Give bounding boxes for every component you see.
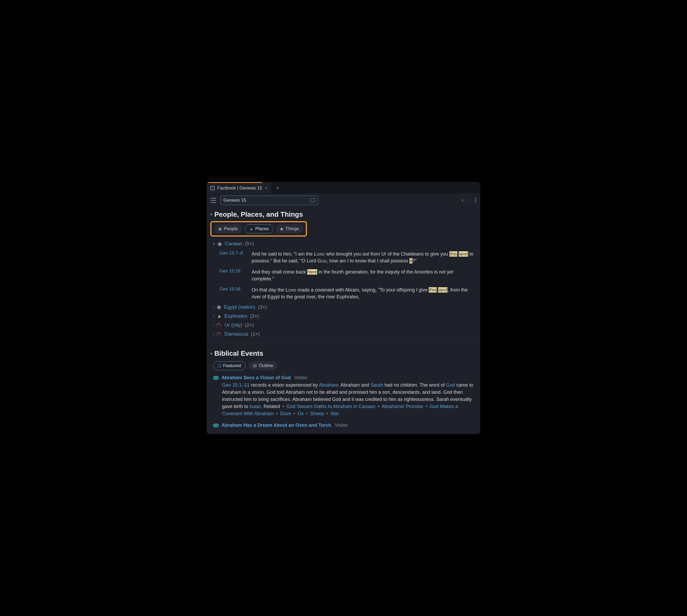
section-header-events[interactable]: ▾ Biblical Events (207, 347, 480, 360)
nav-forward-icon[interactable]: › (468, 197, 470, 204)
place-link[interactable]: Euphrates (224, 313, 248, 319)
vision-icon (213, 424, 219, 427)
separator: • (275, 411, 279, 416)
inline-link[interactable]: Ox (298, 411, 304, 416)
place-link[interactable]: Ur (city) (224, 322, 242, 328)
verse-text: And they shall come back here in the fou… (252, 268, 474, 282)
filter-things[interactable]: ◆ Things (276, 224, 303, 233)
separator: • (377, 404, 381, 409)
list-icon (253, 365, 257, 367)
verse-text: And he said to him, "I am the Lord who b… (252, 250, 474, 264)
place-link[interactable]: Egypt (nation) (224, 304, 255, 310)
tab-bar: Factbook | Genesis 15 × + (207, 183, 480, 194)
place-header[interactable]: ›⛫Ur (city)(2×) (207, 321, 480, 330)
pin-icon: ◉ (217, 304, 221, 310)
app-window: Factbook | Genesis 15 × + Genesis 15 ‹ ›… (207, 182, 480, 434)
more-menu-icon[interactable] (475, 198, 476, 203)
place-header[interactable]: ›◉Egypt (nation)(3×) (207, 302, 480, 312)
section-divider (207, 343, 480, 344)
events-list: Abraham Sees a Vision of GodVisionGen 15… (207, 374, 480, 429)
separator: • (424, 404, 428, 409)
tab-factbook[interactable]: Factbook | Genesis 15 × (207, 183, 271, 194)
bookmark-icon: ❑ (218, 364, 221, 368)
event-tag: Vision (335, 422, 348, 428)
verse-row: Gen 15:7–8And he said to him, "I am the … (207, 248, 480, 266)
verse-ref-link[interactable]: Gen 15:16 (219, 268, 246, 282)
place-count: (5×) (245, 241, 254, 246)
menu-icon[interactable] (210, 198, 216, 203)
verse-row: Gen 15:18On that day the Lord made a cov… (207, 284, 480, 302)
chevron-right-icon[interactable]: › (213, 323, 214, 327)
mountain-icon: ▲ (249, 226, 253, 231)
chevron-down-icon: ▾ (210, 212, 212, 216)
chip-label: Featured (223, 363, 241, 368)
places-list: ▾◉Canaan(5×)Gen 15:7–8And he said to him… (207, 239, 480, 339)
vision-icon (213, 376, 219, 380)
event-item: Abraham Sees a Vision of GodVisionGen 15… (207, 374, 480, 421)
inline-link[interactable]: Star (330, 411, 339, 416)
chip-label: Things (285, 226, 299, 232)
verse-row: Gen 15:16And they shall come back here i… (207, 266, 480, 284)
chevron-right-icon[interactable]: › (213, 314, 214, 318)
mountain-icon: ▲ (217, 313, 222, 319)
event-title-link[interactable]: Abraham Has a Dream About an Oven and To… (221, 422, 331, 428)
chevron-down-icon: ▾ (210, 351, 212, 356)
section-title: Biblical Events (214, 349, 263, 357)
close-icon[interactable]: × (265, 185, 268, 191)
inline-link[interactable]: Sheep (310, 411, 324, 416)
search-input[interactable]: Genesis 15 (220, 196, 318, 205)
inline-link[interactable]: Sarah (370, 382, 383, 388)
place-link[interactable]: Canaan (225, 241, 242, 246)
filter-places[interactable]: ▲ Places (245, 224, 273, 233)
separator: • (292, 411, 296, 416)
separator: • (305, 411, 309, 416)
chip-label: Places (255, 226, 269, 232)
castle-icon: ⛫ (217, 322, 222, 328)
chevron-right-icon[interactable]: › (213, 305, 214, 309)
event-body: Gen 15:1–11 records a vision experienced… (213, 380, 477, 420)
place-count: (2×) (245, 322, 254, 328)
place-link[interactable]: Damascus (224, 331, 248, 337)
place-count: (2×) (250, 313, 259, 319)
event-title-link[interactable]: Abraham Sees a Vision of God (221, 375, 291, 380)
inline-link[interactable]: Isaac (250, 404, 261, 409)
inline-link[interactable]: God Swears Oaths to Abraham in Canaan (286, 404, 375, 409)
filter-highlight: ◉ People ▲ Places ◆ Things (210, 221, 477, 237)
inline-link[interactable]: Gen 15:1–11 (222, 382, 250, 388)
filter-people[interactable]: ◉ People (214, 224, 242, 233)
event-tag: Vision (295, 375, 307, 380)
nav-back-icon[interactable]: ‹ (461, 197, 464, 204)
search-value: Genesis 15 (223, 198, 310, 203)
new-tab-button[interactable]: + (271, 185, 284, 192)
keyboard-icon[interactable] (310, 198, 315, 202)
place-header[interactable]: ▾◉Canaan(5×) (207, 239, 480, 248)
tab-title: Factbook | Genesis 15 (217, 185, 262, 191)
verse-ref-link[interactable]: Gen 15:18 (219, 286, 246, 300)
cube-icon: ◆ (280, 226, 283, 231)
inline-link[interactable]: Abraham (319, 382, 338, 388)
separator: • (325, 411, 329, 416)
filter-featured[interactable]: ❑ Featured (213, 361, 245, 370)
inline-link[interactable]: Abrahamic Promise (382, 404, 423, 409)
chevron-down-icon[interactable]: ▾ (213, 242, 215, 246)
filter-outline[interactable]: Outline (249, 361, 277, 370)
pin-icon: ◉ (218, 241, 222, 247)
place-header[interactable]: ›▲Euphrates(2×) (207, 312, 480, 321)
place-header[interactable]: ›⛫Damascus(1×) (207, 330, 480, 338)
place-count: (1×) (251, 331, 260, 337)
verse-ref-link[interactable]: Gen 15:7–8 (219, 250, 246, 264)
verse-text: On that day the Lord made a covenant wit… (252, 286, 474, 300)
section-header-ppt[interactable]: ▾ People, Places, and Things (207, 208, 480, 221)
inline-link[interactable]: Dove (280, 411, 291, 416)
chip-label: Outline (259, 363, 273, 368)
chevron-right-icon[interactable]: › (213, 332, 214, 336)
section-title: People, Places, and Things (214, 211, 303, 219)
factbook-icon (210, 186, 215, 190)
event-header: Abraham Has a Dream About an Oven and To… (213, 422, 477, 428)
ppt-filter-row: ◉ People ▲ Places ◆ Things (210, 221, 307, 237)
event-item: Abraham Has a Dream About an Oven and To… (207, 421, 480, 429)
person-icon: ◉ (218, 226, 222, 231)
inline-link[interactable]: God (446, 382, 455, 388)
chip-label: People (224, 226, 238, 232)
castle-icon: ⛫ (217, 331, 222, 337)
